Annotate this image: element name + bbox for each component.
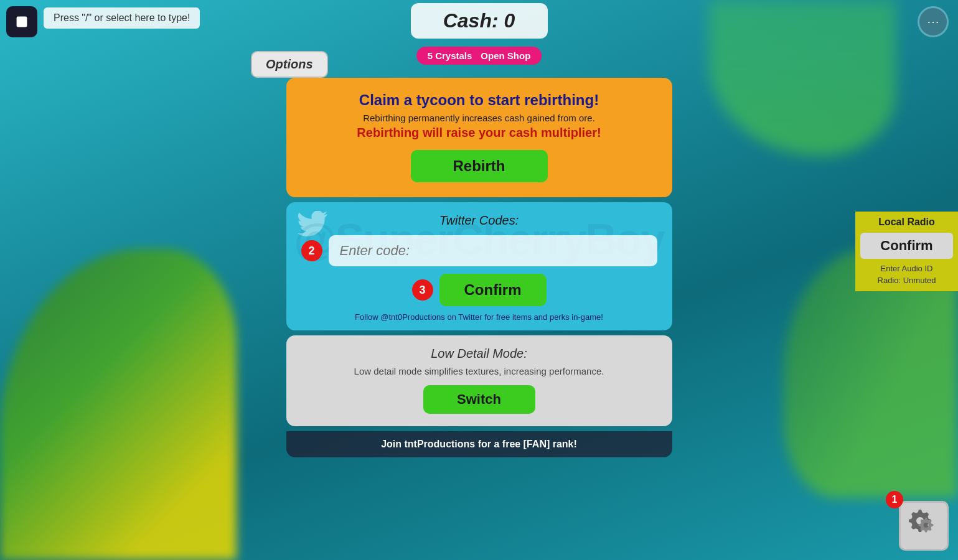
radio-status: Radio: Unmuted [855, 274, 958, 286]
roblox-logo [6, 6, 37, 37]
press-type-bar[interactable]: Press "/" or select here to type! [44, 7, 200, 29]
three-dots-icon: ⋯ [927, 16, 940, 28]
twitter-section: @SuperCherryBoy Twitter Codes: 2 3 Confi… [286, 202, 672, 330]
svg-rect-0 [17, 17, 27, 27]
rebirth-desc2: Rebirthing will raise your cash multipli… [301, 126, 657, 140]
switch-button[interactable]: Switch [423, 385, 535, 414]
terrain-left [0, 249, 237, 560]
fan-rank-text: Join tntProductions for a free [FAN] ran… [381, 439, 577, 449]
settings-badge: 1 [886, 491, 903, 508]
confirm-row: 3 Confirm [301, 274, 657, 306]
crystals-bar: 5 Crystals Open Shop [416, 47, 542, 65]
rebirth-title: Claim a tycoon to start rebirthing! [301, 91, 657, 109]
settings-button[interactable] [899, 501, 949, 551]
input-badge: 2 [301, 240, 322, 261]
rebirth-button[interactable]: Rebirth [411, 150, 548, 182]
local-radio-title: Local Radio [855, 212, 958, 230]
top-bar: Press "/" or select here to type! Cash: … [0, 0, 958, 40]
local-radio-confirm-button[interactable]: Confirm [860, 233, 953, 259]
lowdetail-desc: Low detail mode simplifies textures, inc… [301, 366, 657, 376]
rebirth-section: Claim a tycoon to start rebirthing! Rebi… [286, 78, 672, 197]
crystals-label: 5 Crystals [428, 50, 472, 61]
gear-icon [905, 505, 942, 548]
cash-label: Cash: 0 [443, 9, 515, 32]
rebirth-desc1: Rebirthing permanently increases cash ga… [301, 113, 657, 123]
twitter-confirm-button[interactable]: Confirm [439, 274, 547, 306]
cash-display: Cash: 0 [411, 3, 548, 39]
settings-badge-number: 1 [892, 494, 898, 505]
options-button[interactable]: Options [251, 51, 328, 78]
code-input[interactable] [329, 235, 657, 266]
twitter-title: Twitter Codes: [301, 213, 657, 228]
confirm-badge: 3 [412, 279, 433, 301]
lowdetail-section: Low Detail Mode: Low detail mode simplif… [286, 335, 672, 426]
press-type-label: Press "/" or select here to type! [54, 12, 190, 23]
audio-id-label: Enter Audio ID [855, 261, 958, 274]
local-radio-panel: Local Radio Confirm Enter Audio ID Radio… [855, 212, 958, 291]
twitter-follow-text: Follow @tnt0Productions on Twitter for f… [301, 312, 657, 322]
open-shop-button[interactable]: Open Shop [481, 50, 530, 61]
three-dots-button[interactable]: ⋯ [918, 6, 949, 37]
main-panel: Claim a tycoon to start rebirthing! Rebi… [286, 78, 672, 457]
code-input-row: 2 [301, 235, 657, 266]
lowdetail-title: Low Detail Mode: [301, 347, 657, 361]
fan-rank-bar: Join tntProductions for a free [FAN] ran… [286, 431, 672, 457]
